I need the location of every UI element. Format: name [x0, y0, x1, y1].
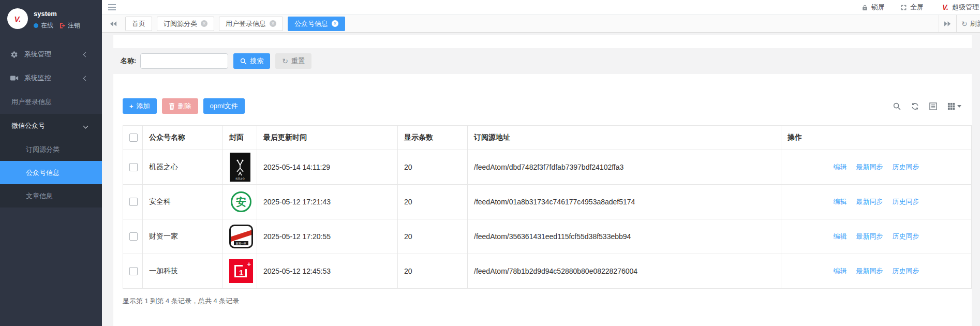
cover-caption: 财资一家 [234, 241, 248, 245]
tab-home[interactable]: 首页 [125, 17, 152, 31]
reset-button[interactable]: ↻ 重置 [275, 53, 311, 69]
latest-sync-link[interactable]: 最新同步 [856, 198, 883, 205]
search-form: 名称: 搜索 ↻ 重置 [113, 48, 972, 74]
tabbar: 首页 订阅源分类 × 用户登录信息 × 公众号信息 × ↻ 刷新 [102, 14, 980, 33]
cover-image-caizi: 财资一家 [229, 225, 253, 248]
display-count: 20 [398, 254, 468, 289]
sidebar-item-user-login-info[interactable]: 用户登录信息 [0, 90, 102, 114]
edit-link[interactable]: 编辑 [834, 267, 847, 275]
sidebar-item-account-info[interactable]: 公众号信息 [0, 161, 102, 184]
reset-button-label: 重置 [291, 56, 305, 66]
lock-screen-button[interactable]: 锁屏 [862, 3, 885, 12]
double-right-icon [944, 21, 951, 26]
table-row: 安全科 安 2025-05-12 17:21:43 20 /feedAtom/0… [123, 185, 972, 219]
header-name: 公众号名称 [143, 126, 223, 150]
edit-link[interactable]: 编辑 [834, 198, 847, 205]
history-sync-link[interactable]: 历史同步 [892, 198, 919, 205]
logout-link[interactable]: 注销 [59, 21, 80, 30]
search-button[interactable]: 搜索 [233, 53, 270, 69]
tab-refresh-label: 刷新 [970, 19, 980, 28]
tab-close-icon[interactable]: × [332, 20, 338, 27]
updated-time: 2025-05-12 17:20:55 [257, 219, 398, 254]
edit-link[interactable]: 编辑 [834, 232, 847, 240]
search-icon [240, 58, 247, 65]
avatar[interactable]: V. [7, 8, 28, 29]
tab-close-icon[interactable]: × [201, 20, 207, 27]
header-feed-url: 订阅源地址 [468, 126, 781, 150]
history-sync-link[interactable]: 历史同步 [892, 232, 919, 240]
updated-time: 2025-05-12 17:21:43 [257, 185, 398, 219]
feed-url: /feedAtom/78b1b2d9d94c52880b80e082282760… [468, 254, 781, 289]
tabs-scroll-left-button[interactable] [106, 17, 121, 31]
refresh-icon [911, 102, 919, 110]
hamburger-menu-icon[interactable] [108, 2, 122, 12]
user-role-dropdown[interactable]: 超级管理 [952, 3, 979, 12]
columns-dropdown-button[interactable] [947, 102, 961, 110]
lock-screen-label: 锁屏 [871, 3, 885, 12]
tab-label: 订阅源分类 [164, 19, 197, 28]
delete-button[interactable]: 删除 [162, 98, 198, 114]
latest-sync-link[interactable]: 最新同步 [856, 267, 883, 275]
red-swoosh [229, 229, 253, 242]
table-row: 一加科技 1 + 2025-05-12 12:45:53 20 /feedAto… [123, 254, 972, 289]
row-checkbox[interactable] [129, 267, 138, 275]
feed-url: /feedAtom/356361431eed115fcf55d38f533ebb… [468, 219, 781, 254]
header-actions: 操作 [781, 126, 972, 150]
online-status: 在线 [41, 21, 53, 30]
sidebar-item-system-manage[interactable]: 系统管理 [0, 42, 102, 66]
opml-button-label: opml文件 [210, 101, 238, 111]
page-content: 名称: 搜索 ↻ 重置 + 添加 [102, 33, 980, 326]
card-view-toggle-button[interactable] [929, 102, 937, 110]
feed-url: /feedAtom/dbd7482f3f7fdfab7397bdf24102ff… [468, 150, 781, 185]
sidebar-label-account-info: 公众号信息 [26, 168, 60, 177]
tab-refresh-button[interactable]: ↻ 刷新 [956, 15, 980, 32]
cover-image-oneplus: 1 + [229, 259, 253, 283]
search-button-label: 搜索 [250, 56, 263, 66]
history-sync-link[interactable]: 历史同步 [892, 163, 919, 171]
select-all-checkbox[interactable] [129, 134, 138, 142]
history-sync-link[interactable]: 历史同步 [892, 267, 919, 275]
latest-sync-link[interactable]: 最新同步 [856, 163, 883, 171]
name-search-input[interactable] [140, 53, 228, 69]
sidebar-group-wechat: 微信公众号 订阅源分类 公众号信息 文章信息 [0, 114, 102, 208]
username: system [34, 10, 80, 18]
add-button[interactable]: + 添加 [123, 98, 157, 114]
tab-close-icon[interactable]: × [270, 20, 276, 27]
cover-caption: 机器之心 [235, 177, 245, 180]
delete-button-label: 删除 [178, 101, 191, 111]
latest-sync-link[interactable]: 最新同步 [856, 232, 883, 240]
chevron-left-icon [83, 52, 88, 57]
logout-label: 注销 [68, 21, 80, 30]
gear-icon [10, 51, 19, 58]
robot-figure-icon [233, 159, 247, 177]
tab-account-info[interactable]: 公众号信息 × [288, 17, 345, 31]
row-checkbox[interactable] [129, 198, 138, 206]
table-refresh-button[interactable] [911, 102, 919, 110]
sidebar-item-wechat[interactable]: 微信公众号 [0, 114, 102, 138]
online-dot-icon [34, 23, 38, 28]
sidebar-item-article-info[interactable]: 文章信息 [0, 184, 102, 208]
account-name: 一加科技 [143, 254, 223, 289]
table-header-row: 公众号名称 封面 最后更新时间 显示条数 订阅源地址 操作 [123, 126, 972, 150]
sidebar-label-system-monitor: 系统监控 [24, 73, 51, 83]
row-checkbox[interactable] [129, 232, 138, 241]
table-toolbar: + 添加 删除 opml文件 [123, 98, 971, 114]
edit-link[interactable]: 编辑 [834, 163, 847, 171]
opml-file-button[interactable]: opml文件 [203, 98, 245, 114]
refresh-icon: ↻ [961, 20, 968, 28]
topbar: 锁屏 全屏 V. 超级管理 [102, 0, 980, 14]
tab-label: 公众号信息 [294, 19, 328, 28]
sidebar-item-system-monitor[interactable]: 系统监控 [0, 66, 102, 90]
lock-icon [862, 4, 868, 11]
tabs-scroll-right-button[interactable] [939, 15, 956, 32]
tab-feed-category[interactable]: 订阅源分类 × [157, 17, 214, 31]
cover-image-anquanke: 安 [229, 190, 253, 214]
fullscreen-button[interactable]: 全屏 [900, 3, 924, 12]
table-search-toggle-button[interactable] [893, 102, 901, 110]
tab-user-login-info[interactable]: 用户登录信息 × [219, 17, 283, 31]
sidebar-label-feed-category: 订阅源分类 [26, 145, 60, 154]
user-panel: V. system 在线 注销 [0, 0, 102, 38]
sidebar-item-feed-category[interactable]: 订阅源分类 [0, 138, 102, 161]
sidebar-label-user-login-info: 用户登录信息 [11, 97, 52, 107]
row-checkbox[interactable] [129, 163, 138, 171]
